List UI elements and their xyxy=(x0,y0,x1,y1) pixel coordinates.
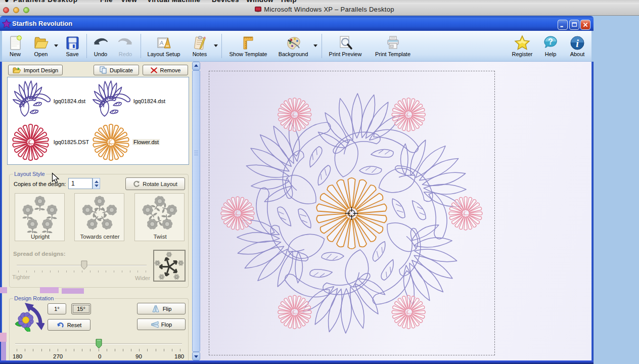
svg-text:i: i xyxy=(576,38,579,49)
svg-text:?: ? xyxy=(548,37,553,46)
